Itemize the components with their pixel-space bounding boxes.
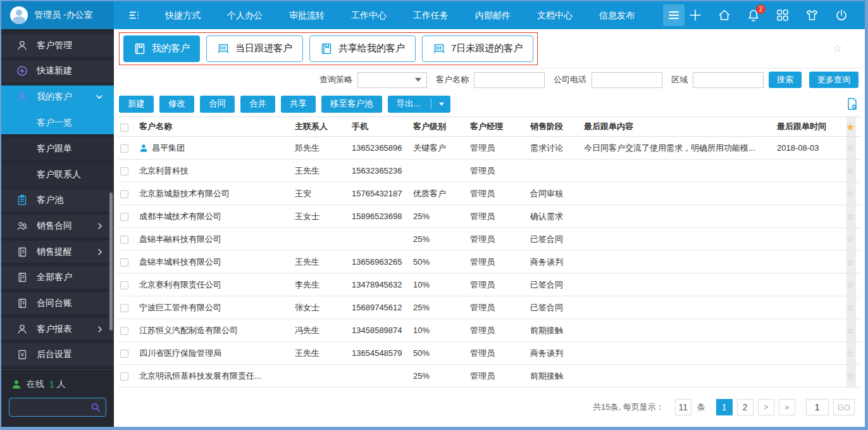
- online-person-icon: [11, 379, 22, 389]
- table-row[interactable]: 宁波巨工管件有限公司 张女士 15689745612 25% 管理员 已签合同 …: [118, 296, 861, 319]
- go-button[interactable]: GO: [833, 399, 855, 415]
- row-checkbox[interactable]: [120, 372, 128, 381]
- tshirt-icon[interactable]: [805, 8, 819, 22]
- col-last-content: 最后跟单内容: [581, 117, 774, 137]
- row-checkbox[interactable]: [120, 167, 128, 175]
- tab-today-followup[interactable]: 当日跟进客户: [206, 35, 303, 62]
- star-filled-icon[interactable]: ★: [846, 122, 855, 132]
- star-outline-icon[interactable]: ☆: [846, 370, 854, 381]
- more-search-button[interactable]: 更多查询: [809, 72, 859, 88]
- star-outline-icon[interactable]: ☆: [846, 256, 854, 267]
- row-checkbox[interactable]: [120, 350, 128, 358]
- topbar-menu-item[interactable]: 文档中心: [524, 1, 586, 29]
- table-row[interactable]: 北京明讯恒基科技发展有限责任... 25% 管理员 前期接触 ☆: [118, 365, 861, 388]
- toolbar-button[interactable]: 新建: [119, 96, 154, 113]
- sidebar-search-input[interactable]: [9, 403, 85, 412]
- goto-page-input[interactable]: [806, 399, 829, 415]
- cell-customer-name: 宁波巨工管件有限公司: [137, 296, 292, 319]
- page-button-1[interactable]: 1: [716, 399, 733, 415]
- toolbar-button[interactable]: 共享: [281, 96, 316, 113]
- page-size-box[interactable]: 11: [675, 399, 691, 415]
- sidebar-item-customer-reports[interactable]: 客户报表: [1, 318, 114, 341]
- table-row[interactable]: 江苏恒义汽配制造有限公司 冯先生 13458589874 10% 管理员 前期接…: [118, 319, 861, 342]
- nav-list-icon[interactable]: [128, 8, 142, 22]
- sidebar-item-customer-overview[interactable]: 客户一览: [1, 111, 114, 134]
- star-outline-icon[interactable]: ☆: [846, 142, 854, 153]
- row-checkbox[interactable]: [120, 213, 128, 221]
- star-outline-icon[interactable]: ☆: [846, 234, 854, 244]
- row-checkbox[interactable]: [120, 144, 128, 153]
- row-checkbox[interactable]: [120, 236, 128, 244]
- favorite-star-icon[interactable]: ☆: [833, 42, 842, 55]
- sidebar-item-all-customers[interactable]: 全部客户: [1, 266, 114, 289]
- select-all-checkbox[interactable]: [120, 123, 128, 132]
- topbar-menu-item[interactable]: 审批流转: [276, 1, 338, 29]
- row-checkbox[interactable]: [120, 304, 128, 312]
- power-icon[interactable]: [834, 8, 848, 22]
- sidebar-item-backend-settings[interactable]: ¥ 后台设置: [1, 343, 114, 366]
- table-row[interactable]: 四川省医疗保险管理局 王先生 13654548579 50% 管理员 商务谈判 …: [118, 342, 861, 365]
- company-phone-input[interactable]: [592, 72, 662, 88]
- next-page-button[interactable]: >: [758, 399, 774, 415]
- sidebar-item-customer-contacts[interactable]: 客户联系人: [1, 163, 114, 186]
- sidebar-item-my-customers[interactable]: 我的客户: [1, 85, 114, 108]
- star-outline-icon[interactable]: ☆: [846, 302, 854, 313]
- table-row[interactable]: 成都丰城技术有限公司 王女士 15896523698 25% 管理员 确认需求 …: [118, 205, 861, 228]
- bell-icon[interactable]: 2: [747, 8, 760, 22]
- row-checkbox[interactable]: [120, 190, 128, 198]
- page-button-2[interactable]: 2: [737, 399, 753, 415]
- table-row[interactable]: 北京利普科技 王先生 15632365236 管理员 ☆: [118, 160, 861, 182]
- table-row[interactable]: 盘锦丰城科技有限公司 王先生 13656963265 50% 管理员 商务谈判 …: [118, 251, 861, 274]
- sidebar-item-sales-contracts[interactable]: 销售合同: [1, 215, 114, 237]
- user-panel[interactable]: 管理员 -办公室: [1, 1, 114, 29]
- row-checkbox[interactable]: [120, 281, 128, 289]
- cell-stage: 已签合同: [528, 228, 581, 251]
- table-row[interactable]: 昌平集团 郑先生 13652365896 关键客户 管理员 需求讨论 今日同客户…: [118, 137, 861, 160]
- sidebar-item-customer-management[interactable]: 客户管理: [1, 34, 114, 57]
- apps-grid-icon[interactable]: [776, 8, 790, 22]
- hamburger-menu-icon[interactable]: [663, 4, 685, 26]
- export-dropdown-button[interactable]: 导出...: [388, 96, 450, 113]
- sidebar-item-quick-create[interactable]: 快速新建: [1, 60, 114, 83]
- sidebar-item-label: 客户跟单: [37, 143, 72, 155]
- last-page-button[interactable]: »: [779, 399, 795, 415]
- toolbar-button[interactable]: 移至客户池: [321, 96, 382, 113]
- notebook-icon: [16, 246, 28, 258]
- tab-my-customers[interactable]: 我的客户: [123, 35, 200, 62]
- table-row[interactable]: 盘锦丰融科技有限公司 25% 管理员 已签合同 ☆: [118, 228, 861, 251]
- plus-icon[interactable]: [688, 8, 702, 22]
- customer-name-input[interactable]: [474, 72, 545, 88]
- search-icon[interactable]: [85, 402, 106, 412]
- star-outline-icon[interactable]: ☆: [846, 348, 854, 358]
- toolbar-button[interactable]: 合同: [200, 96, 235, 113]
- topbar-menu-item[interactable]: 工作中心: [338, 1, 400, 29]
- strategy-select[interactable]: [357, 72, 427, 88]
- star-outline-icon[interactable]: ☆: [846, 188, 854, 199]
- topbar-menu-item[interactable]: 快捷方式: [152, 1, 214, 29]
- table-row[interactable]: 北京新城新技术有限公司 王安 15765432187 优质客户 管理员 合同审核…: [118, 182, 861, 205]
- row-checkbox[interactable]: [120, 258, 128, 267]
- tab-shared-with-me[interactable]: 共享给我的客户: [309, 35, 416, 62]
- star-outline-icon[interactable]: ☆: [846, 211, 854, 222]
- sidebar-item-customer-pool[interactable]: 客户池: [1, 189, 114, 212]
- region-input[interactable]: [693, 72, 764, 88]
- topbar-menu-item[interactable]: 个人办公: [214, 1, 276, 29]
- sidebar-scrollbar[interactable]: [109, 193, 113, 331]
- home-icon[interactable]: [717, 8, 731, 22]
- star-outline-icon[interactable]: ☆: [846, 165, 854, 176]
- toolbar-button[interactable]: 修改: [159, 96, 194, 113]
- topbar-menu-item[interactable]: 内部邮件: [462, 1, 524, 29]
- file-settings-icon[interactable]: [846, 97, 859, 111]
- table-row[interactable]: 北京赛利有限责任公司 李先生 13478945632 10% 管理员 已签合同 …: [118, 274, 861, 296]
- sidebar-item-customer-followup[interactable]: 客户跟单: [1, 137, 114, 160]
- row-checkbox[interactable]: [120, 327, 128, 335]
- toolbar-button[interactable]: 合并: [240, 96, 275, 113]
- topbar-menu-item[interactable]: 工作任务: [400, 1, 462, 29]
- search-button[interactable]: 搜索: [769, 72, 802, 88]
- tab-7day-no-followup[interactable]: 7日未跟进的客户: [422, 35, 533, 62]
- star-outline-icon[interactable]: ☆: [846, 279, 854, 290]
- sidebar-item-contract-ledger[interactable]: 合同台账: [1, 292, 114, 315]
- sidebar-item-sales-reminder[interactable]: 销售提醒: [1, 241, 114, 263]
- star-outline-icon[interactable]: ☆: [846, 325, 854, 336]
- topbar-menu-item[interactable]: 信息发布: [586, 1, 648, 29]
